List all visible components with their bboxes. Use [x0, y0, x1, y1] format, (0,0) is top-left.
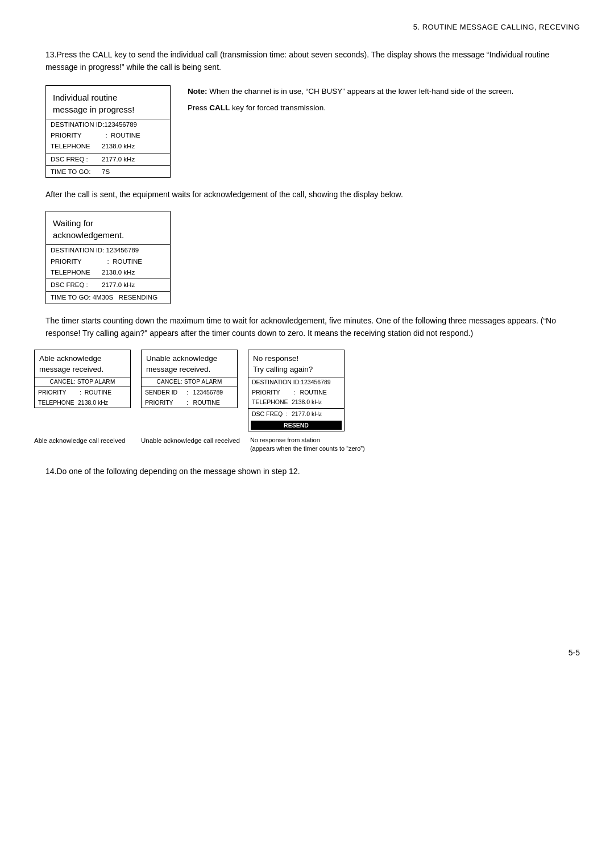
- display-unable-row1: SENDER ID : 123456789: [142, 388, 237, 398]
- display-noresponse-row4: DSC FREQ :2177.0 kHz: [248, 409, 344, 420]
- display-noresponse-resend: RESEND: [251, 421, 342, 430]
- display-unable-header: Unable acknowledgemessage received.: [142, 350, 237, 377]
- display-unable-box: Unable acknowledgemessage received. CANC…: [141, 350, 238, 408]
- display2-row2: PRIORITY : ROUTINE: [46, 256, 170, 267]
- display-able-header: Able acknowledgemessage received.: [35, 350, 130, 377]
- page-number: 5-5: [34, 648, 580, 657]
- display2-header: Waiting foracknowledgement.: [46, 211, 170, 245]
- display2-box: Waiting foracknowledgement. DESTINATION …: [45, 211, 171, 304]
- step14-block: 14.Do one of the following depending on …: [45, 465, 580, 477]
- display2-row1: DESTINATION ID: 123456789: [46, 245, 170, 256]
- step13-block: 13.Press the CALL key to send the indivi…: [45, 48, 580, 74]
- display2-row4: DSC FREQ :2177.0 kHz: [46, 280, 170, 290]
- display1-row5: TIME TO GO:7S: [46, 167, 170, 177]
- display1-divider1: [46, 153, 170, 153]
- display-able-divider: [35, 387, 130, 387]
- note-label: Note:: [188, 87, 208, 95]
- caption-able: Able acknowledge call received: [34, 436, 131, 445]
- display1-divider2: [46, 165, 170, 166]
- display2-row5: TIME TO GO: 4M30S RESENDING: [46, 292, 170, 303]
- display1-row3: TELEPHONE2138.0 kHz: [46, 141, 170, 152]
- display2-row: Waiting foracknowledgement. DESTINATION …: [45, 211, 580, 304]
- caption-noresponse: No response from station(appears when th…: [250, 436, 365, 454]
- header-line: 5. ROUTINE MESSAGE CALLING, RECEVING: [34, 23, 580, 31]
- display-noresponse-row3: TELEPHONE2138.0 kHz: [248, 397, 344, 408]
- display1-row4: DSC FREQ :2177.0 kHz: [46, 154, 170, 165]
- display-unable-divider: [142, 387, 237, 387]
- display1-box: Individual routinemessage in progress! D…: [45, 85, 171, 178]
- display1-note-row: Individual routinemessage in progress! D…: [45, 85, 580, 178]
- display-noresponse-divider: [248, 408, 344, 409]
- display-unable-cancel: CANCEL: STOP ALARM: [142, 377, 237, 386]
- display-noresponse-box: No response!Try calling again? DESTINATI…: [248, 350, 345, 431]
- display1-row1: DESTINATION ID:123456789: [46, 119, 170, 130]
- display1-row2: PRIORITY : ROUTINE: [46, 130, 170, 141]
- para2: The timer starts counting down the maxim…: [45, 314, 569, 340]
- display-noresponse-row2: PRIORITY : ROUTINE: [248, 388, 344, 398]
- caption-unable: Unable acknowledge call received: [141, 436, 240, 445]
- display-able-cancel: CANCEL: STOP ALARM: [35, 377, 130, 386]
- display-able-box: Able acknowledgemessage received. CANCEL…: [34, 350, 131, 408]
- display-unable-row2: PRIORITY : ROUTINE: [142, 398, 237, 408]
- note-box: Note: When the channel is in use, “CH BU…: [188, 85, 580, 114]
- step13-text: 13.Press the CALL key to send the indivi…: [45, 48, 580, 74]
- call-key-label: CALL: [209, 103, 230, 112]
- display2-divider1: [46, 279, 170, 279]
- display-noresponse-row1: DESTINATION ID:123456789: [248, 377, 344, 388]
- para1: After the call is sent, the equipment wa…: [45, 188, 569, 201]
- display-noresponse-header: No response!Try calling again?: [248, 350, 344, 377]
- display2-divider2: [46, 291, 170, 292]
- display-able-row1: PRIORITY : ROUTINE: [35, 388, 130, 398]
- header-text: 5. ROUTINE MESSAGE CALLING, RECEVING: [413, 23, 580, 31]
- display2-row3: TELEPHONE2138.0 kHz: [46, 267, 170, 278]
- three-displays: Able acknowledgemessage received. CANCEL…: [34, 350, 580, 431]
- caption-row: Able acknowledge call received Unable ac…: [34, 436, 580, 454]
- display1-header: Individual routinemessage in progress!: [46, 86, 170, 119]
- display-able-row2: TELEPHONE2138.0 kHz: [35, 398, 130, 408]
